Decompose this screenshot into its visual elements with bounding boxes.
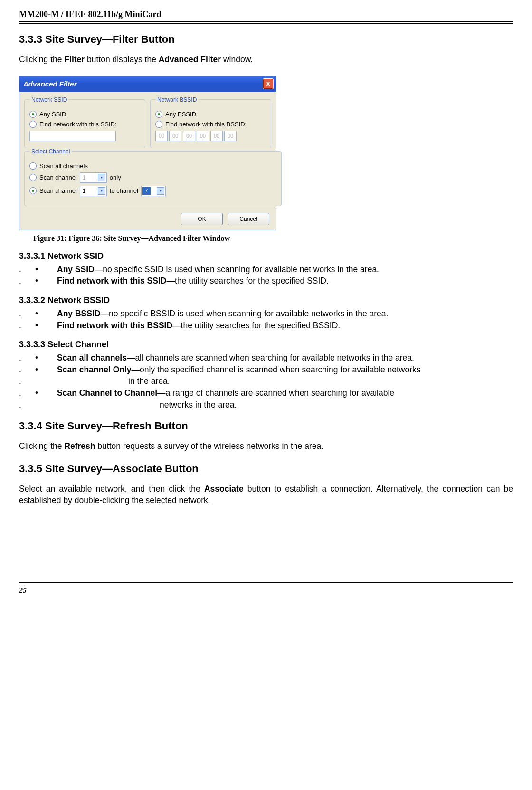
label-scan-all: Scan all channels [39, 162, 88, 170]
text: Clicking the [19, 441, 64, 451]
select-single-channel[interactable]: 1 ▾ [80, 172, 107, 183]
label-scan-one-pre: Scan channel [39, 174, 77, 181]
text-bold: Advanced Filter [159, 55, 221, 64]
refresh-paragraph: Clicking the Refresh button requests a s… [19, 441, 513, 452]
bullet-label: Scan channel Only [57, 365, 132, 374]
close-icon: X [266, 80, 270, 87]
doc-header: MM200-M / IEEE 802.11b/g MiniCard [19, 10, 513, 22]
header-rule [19, 23, 513, 24]
group-select-channel: Select Channel Scan all channels Scan ch… [24, 148, 282, 206]
bullet-label: Find network with this SSID [57, 276, 166, 286]
titlebar: Advanced Filter X [19, 76, 276, 92]
heading-3-3-3-1: 3.3.3.1 Network SSID [19, 251, 513, 261]
bssid-octet[interactable]: 00 [183, 131, 195, 141]
chevron-down-icon: ▾ [157, 187, 164, 195]
radio-scan-range[interactable] [29, 187, 37, 194]
group-network-ssid: Network SSID Any SSID Find network with … [24, 96, 145, 148]
bullet-label: Find network with this BSSID [57, 321, 172, 330]
heading-3-3-3-3: 3.3.3.3 Select Channel [19, 340, 513, 350]
bssid-octet[interactable]: 00 [210, 131, 223, 141]
text-bold: Refresh [64, 441, 95, 451]
associate-paragraph: Select an available network, and then cl… [19, 484, 513, 506]
bullet-text: —only the specified channel is scanned w… [132, 365, 421, 374]
text: window. [221, 55, 253, 64]
select-value: 7 [142, 187, 151, 195]
bullet-cont: in the area. [57, 376, 513, 387]
bullet-label: Scan Channel to Channel [57, 388, 157, 398]
bullet-text: —no specific BSSID is used when scanning… [100, 309, 388, 318]
label-any-bssid: Any BSSID [165, 111, 196, 118]
bullets-bssid: .•Any BSSID—no specific BSSID is used wh… [19, 308, 513, 331]
legend-channel: Select Channel [29, 148, 72, 155]
label-find-ssid: Find network with this SSID: [39, 121, 117, 128]
bullet-label: Any SSID [57, 265, 95, 274]
group-network-bssid: Network BSSID Any BSSID Find network wit… [150, 96, 271, 148]
bssid-octet[interactable]: 00 [224, 131, 237, 141]
ssid-input[interactable] [29, 131, 116, 141]
advanced-filter-window: Advanced Filter X Network SSID Any SSID … [19, 76, 276, 230]
bullet-label: Any BSSID [57, 309, 100, 318]
bssid-octet[interactable]: 00 [197, 131, 209, 141]
select-channel-to[interactable]: 7 ▾ [141, 186, 166, 196]
bullet-text: —no specific SSID is used when scanning … [95, 265, 379, 274]
chevron-down-icon: ▾ [98, 174, 105, 181]
close-button[interactable]: X [263, 78, 274, 89]
heading-3-3-4: 3.3.4 Site Survey—Refresh Button [19, 420, 513, 432]
bssid-hex-input[interactable]: 00 00 00 00 00 00 [155, 131, 266, 141]
text-bold: Associate [204, 484, 244, 494]
bssid-octet[interactable]: 00 [155, 131, 168, 141]
window-title: Advanced Filter [23, 80, 77, 88]
select-channel-from[interactable]: 1 ▾ [80, 186, 107, 196]
bullet-text: —the utility searches for the specified … [166, 276, 328, 286]
radio-find-ssid[interactable] [29, 121, 37, 128]
radio-any-ssid[interactable] [29, 111, 37, 118]
cancel-button[interactable]: Cancel [228, 213, 269, 225]
label-range-pre: Scan channel [39, 187, 77, 194]
text: Select an available network, and then cl… [19, 484, 204, 494]
label-scan-one-post: only [110, 174, 121, 181]
radio-scan-all[interactable] [29, 162, 37, 170]
bullet-cont: networks in the area. [57, 400, 513, 411]
label-find-bssid: Find network with this BSSID: [165, 121, 247, 128]
text: button displays the [85, 55, 159, 64]
label-range-mid: to channel [110, 187, 138, 194]
bullets-ssid: .•Any SSID—no specific SSID is used when… [19, 264, 513, 287]
figure-caption: Figure 31: Figure 36: Site Survey—Advanc… [33, 234, 513, 243]
ok-button[interactable]: OK [181, 213, 223, 225]
text-bold: Filter [64, 55, 85, 64]
radio-any-bssid[interactable] [155, 111, 162, 118]
legend-bssid: Network BSSID [155, 96, 199, 103]
chevron-down-icon: ▾ [98, 187, 105, 195]
bullet-text: —a range of channels are scanned when se… [157, 388, 394, 398]
bssid-octet[interactable]: 00 [169, 131, 181, 141]
select-value: 1 [83, 174, 86, 181]
label-any-ssid: Any SSID [39, 111, 66, 118]
footer: 25 [19, 582, 513, 595]
legend-ssid: Network SSID [29, 96, 69, 103]
text: button requests a survey of the wireless… [95, 441, 324, 451]
bullet-label: Scan all channels [57, 353, 127, 362]
heading-3-3-5: 3.3.5 Site Survey—Associate Button [19, 463, 513, 475]
heading-3-3-3-2: 3.3.3.2 Network BSSID [19, 295, 513, 305]
radio-find-bssid[interactable] [155, 121, 162, 128]
heading-3-3-3: 3.3.3 Site Survey—Filter Button [19, 33, 513, 46]
select-value: 1 [83, 188, 86, 194]
bullet-text: —all channels are scanned when searching… [127, 353, 414, 362]
window-body: Network SSID Any SSID Find network with … [19, 92, 276, 230]
bullets-channel: .•Scan all channels—all channels are sca… [19, 352, 513, 410]
intro-paragraph: Clicking the Filter button displays the … [19, 54, 513, 66]
radio-scan-one[interactable] [29, 174, 37, 181]
text: Clicking the [19, 55, 64, 64]
page-number: 25 [19, 584, 513, 595]
bullet-text: —the utility searches for the specified … [172, 321, 340, 330]
